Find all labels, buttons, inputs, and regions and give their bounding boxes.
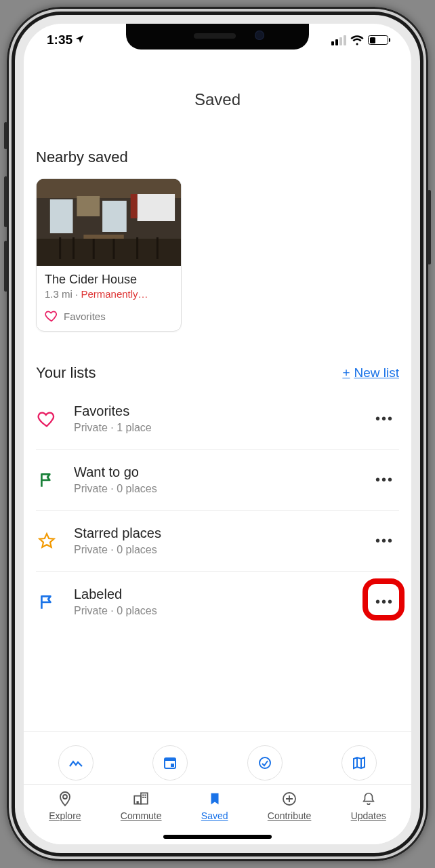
svg-rect-14	[83, 235, 123, 239]
list-sub: Private · 0 places	[74, 483, 354, 495]
location-services-icon	[75, 33, 85, 47]
page-title: Saved	[24, 90, 411, 109]
tab-contribute[interactable]: Contribute	[268, 790, 312, 821]
list-sub: Private · 1 place	[74, 422, 354, 434]
chip-timeline[interactable]: Timeline	[39, 745, 113, 784]
wifi-icon	[350, 35, 364, 45]
home-indicator[interactable]	[163, 835, 272, 839]
svg-rect-4	[77, 196, 100, 216]
place-photo	[37, 179, 181, 266]
svg-rect-16	[165, 758, 175, 761]
list-sub: Private · 0 places	[74, 605, 354, 617]
plus-icon: +	[342, 366, 350, 380]
new-list-label: New list	[354, 366, 399, 380]
place-title: The Cider House	[45, 273, 173, 287]
list-more-button[interactable]: •••	[371, 407, 398, 431]
svg-point-18	[260, 757, 270, 768]
heart-icon	[37, 410, 56, 429]
list-name: Want to go	[74, 465, 354, 480]
list-name: Starred places	[74, 526, 354, 541]
bookmark-icon	[206, 790, 224, 808]
new-list-button[interactable]: + New list	[342, 366, 399, 380]
calendar-icon	[162, 755, 178, 771]
list-row-favorites[interactable]: Favorites Private · 1 place •••	[36, 389, 399, 450]
star-icon	[37, 532, 56, 551]
svg-rect-25	[137, 801, 139, 804]
list-sub: Private · 0 places	[74, 544, 354, 556]
tab-commute[interactable]: Commute	[121, 790, 162, 821]
svg-rect-23	[142, 797, 144, 798]
chip-reservations[interactable]: Reservations	[133, 745, 207, 784]
map-icon	[351, 755, 367, 771]
list-row-want-to-go[interactable]: Want to go Private · 0 places •••	[36, 450, 399, 511]
nearby-saved-heading: Nearby saved	[36, 149, 399, 166]
list-name: Labeled	[74, 587, 354, 602]
svg-rect-3	[102, 201, 127, 232]
list-row-starred[interactable]: Starred places Private · 0 places •••	[36, 511, 399, 572]
list-name: Favorites	[74, 403, 354, 419]
your-lists-heading: Your lists	[36, 364, 96, 382]
plus-circle-icon	[281, 790, 298, 808]
following-icon	[257, 755, 273, 771]
list-more-button[interactable]: •••	[371, 529, 398, 553]
list-more-button[interactable]: •••	[371, 468, 398, 492]
cellular-signal-icon	[331, 35, 346, 45]
tab-saved[interactable]: Saved	[201, 790, 228, 821]
place-meta: 1.3 mi · Permanently…	[45, 288, 173, 300]
svg-rect-17	[171, 764, 174, 767]
svg-rect-5	[138, 194, 175, 221]
svg-rect-20	[141, 793, 148, 804]
commute-icon	[132, 790, 150, 808]
svg-rect-22	[145, 795, 146, 796]
tab-explore[interactable]: Explore	[49, 790, 81, 821]
svg-rect-2	[50, 199, 73, 233]
heart-icon	[45, 309, 58, 323]
svg-rect-7	[37, 239, 181, 266]
chip-following[interactable]: Following	[228, 745, 302, 784]
svg-rect-6	[131, 194, 138, 218]
status-time: 1:35	[47, 33, 72, 47]
bottom-tab-bar: Explore Commute Saved Contribute	[24, 784, 411, 825]
device-notch	[126, 24, 309, 50]
pin-icon	[56, 790, 74, 808]
tab-updates[interactable]: Updates	[351, 790, 386, 821]
battery-icon	[368, 35, 388, 45]
nearby-place-card[interactable]: The Cider House 1.3 mi · Permanently… Fa…	[36, 178, 182, 332]
chip-maps[interactable]: Maps	[322, 745, 396, 784]
svg-rect-21	[142, 795, 144, 796]
timeline-icon	[68, 755, 84, 771]
list-more-button[interactable]: •••	[371, 590, 398, 614]
place-list-label: Favorites	[64, 311, 106, 322]
bell-icon	[360, 790, 377, 808]
label-flag-icon	[37, 593, 56, 612]
flag-icon	[37, 471, 56, 490]
list-row-labeled[interactable]: Labeled Private · 0 places •••	[36, 572, 399, 632]
svg-rect-24	[145, 797, 146, 798]
